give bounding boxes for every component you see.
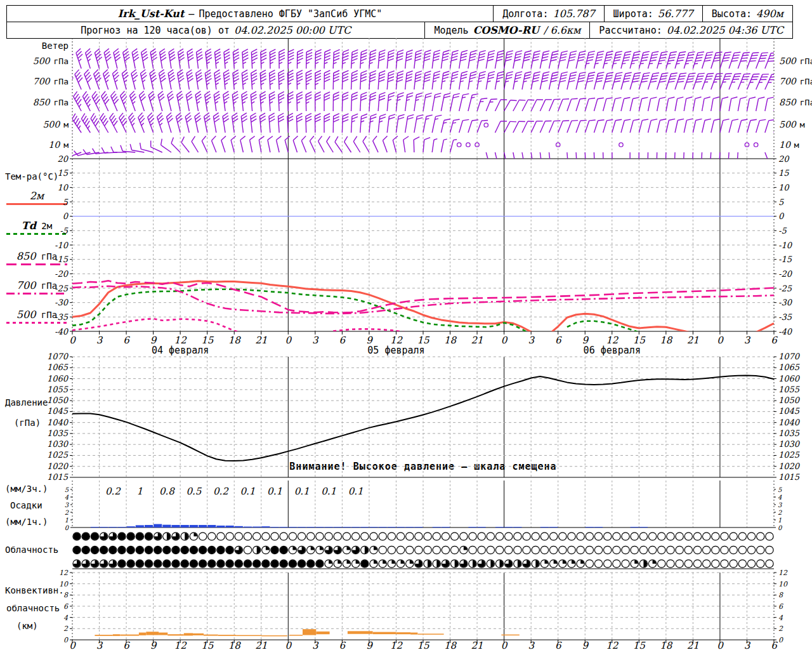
svg-text:3: 3	[744, 640, 751, 650]
svg-text:0: 0	[717, 640, 724, 650]
svg-text:1020: 1020	[778, 461, 801, 471]
svg-text:0.1: 0.1	[294, 486, 310, 497]
svg-text:-30: -30	[55, 298, 69, 307]
svg-text:0: 0	[63, 636, 69, 644]
convective-bands	[95, 629, 519, 636]
svg-text:2: 2	[778, 509, 782, 516]
svg-text:3: 3	[65, 501, 69, 508]
svg-text:8: 8	[63, 591, 69, 599]
svg-text:1050: 1050	[778, 395, 801, 405]
svg-text:0.2: 0.2	[105, 486, 121, 497]
svg-text:1065: 1065	[778, 362, 800, 372]
svg-text:21: 21	[471, 335, 483, 346]
svg-text:3: 3	[778, 501, 782, 508]
svg-text:21: 21	[687, 335, 699, 346]
svg-text:4: 4	[778, 494, 782, 501]
svg-text:1035: 1035	[778, 428, 800, 438]
svg-text:700гПа: 700гПа	[779, 76, 812, 86]
svg-text:0: 0	[778, 211, 785, 221]
svg-text:8: 8	[778, 591, 783, 599]
svg-text:5: 5	[65, 486, 69, 493]
svg-text:05 февраля: 05 февраля	[367, 345, 424, 356]
svg-text:-10: -10	[778, 241, 793, 250]
cloud-row-0	[73, 533, 773, 540]
cloud-row-2	[73, 560, 773, 567]
wind-barbs	[56, 48, 787, 168]
svg-text:15: 15	[57, 168, 68, 178]
svg-text:6: 6	[555, 335, 562, 346]
svg-text:-5: -5	[60, 226, 68, 235]
svg-text:12: 12	[390, 640, 403, 650]
svg-text:-20: -20	[55, 269, 69, 279]
svg-text:0: 0	[69, 335, 76, 346]
svg-text:-15: -15	[55, 255, 69, 264]
svg-text:0: 0	[65, 524, 70, 531]
svg-text:0: 0	[717, 335, 724, 346]
svg-text:9: 9	[366, 640, 373, 650]
svg-text:3: 3	[528, 640, 535, 650]
svg-text:10: 10	[778, 580, 788, 588]
svg-text:21: 21	[255, 640, 267, 650]
svg-text:3: 3	[312, 335, 319, 346]
svg-text:6: 6	[339, 335, 346, 346]
meteogram-chart: 2020151510105500-5-5-10-10-15-15-20-20-2…	[0, 0, 812, 650]
svg-text:1035: 1035	[47, 428, 69, 438]
svg-text:3: 3	[744, 335, 751, 346]
svg-text:0: 0	[778, 524, 783, 531]
svg-text:2: 2	[778, 625, 783, 633]
svg-text:3: 3	[96, 640, 103, 650]
svg-text:12: 12	[59, 569, 69, 577]
temp-series-4	[72, 319, 243, 333]
svg-text:12: 12	[606, 640, 619, 650]
svg-text:0: 0	[63, 211, 69, 221]
svg-text:500м: 500м	[779, 119, 805, 129]
svg-text:1070: 1070	[47, 352, 69, 361]
svg-text:3: 3	[96, 335, 103, 346]
svg-text:3: 3	[312, 640, 319, 650]
svg-text:9: 9	[150, 640, 157, 650]
svg-text:6: 6	[771, 335, 778, 346]
svg-text:0: 0	[69, 640, 76, 650]
svg-text:-35: -35	[778, 312, 792, 322]
svg-text:1055: 1055	[47, 385, 69, 394]
svg-text:21: 21	[687, 640, 699, 650]
svg-text:1025: 1025	[47, 450, 69, 460]
svg-text:15: 15	[778, 168, 789, 178]
svg-text:18: 18	[228, 335, 242, 346]
svg-text:15: 15	[417, 640, 430, 650]
svg-text:10: 10	[778, 183, 790, 192]
svg-text:20: 20	[778, 154, 790, 164]
svg-text:1020: 1020	[47, 461, 69, 471]
svg-text:18: 18	[444, 335, 457, 346]
svg-text:0.1: 0.1	[348, 486, 363, 497]
svg-text:1030: 1030	[778, 439, 801, 449]
svg-text:0.8: 0.8	[159, 486, 175, 497]
svg-text:1055: 1055	[778, 385, 800, 394]
svg-text:15: 15	[633, 640, 646, 650]
svg-text:0: 0	[501, 640, 508, 650]
svg-text:-30: -30	[778, 298, 793, 307]
svg-text:2: 2	[65, 509, 69, 516]
svg-text:1015: 1015	[47, 472, 69, 482]
svg-text:500м: 500м	[43, 119, 69, 129]
svg-text:850гПа: 850гПа	[33, 97, 69, 107]
svg-text:9: 9	[582, 640, 589, 650]
svg-text:10м: 10м	[779, 140, 799, 150]
wind-level-labels: 500гПа500гПа700гПа700гПа850гПа850гПа500м…	[33, 56, 812, 150]
svg-text:18: 18	[228, 640, 242, 650]
svg-text:1040: 1040	[47, 418, 69, 427]
svg-text:21: 21	[255, 335, 267, 346]
svg-text:04 февраля: 04 февраля	[152, 345, 209, 356]
svg-text:5: 5	[778, 197, 784, 207]
svg-text:12: 12	[778, 569, 788, 577]
svg-text:12: 12	[174, 640, 188, 650]
svg-text:-20: -20	[778, 269, 793, 279]
svg-text:-15: -15	[778, 255, 792, 264]
svg-text:1: 1	[778, 517, 782, 524]
svg-text:6: 6	[123, 335, 130, 346]
svg-text:0.1: 0.1	[267, 486, 282, 497]
svg-text:6: 6	[555, 640, 562, 650]
svg-text:4: 4	[778, 614, 783, 622]
svg-text:3: 3	[528, 335, 535, 346]
wind-barbs-level-1	[65, 69, 787, 90]
